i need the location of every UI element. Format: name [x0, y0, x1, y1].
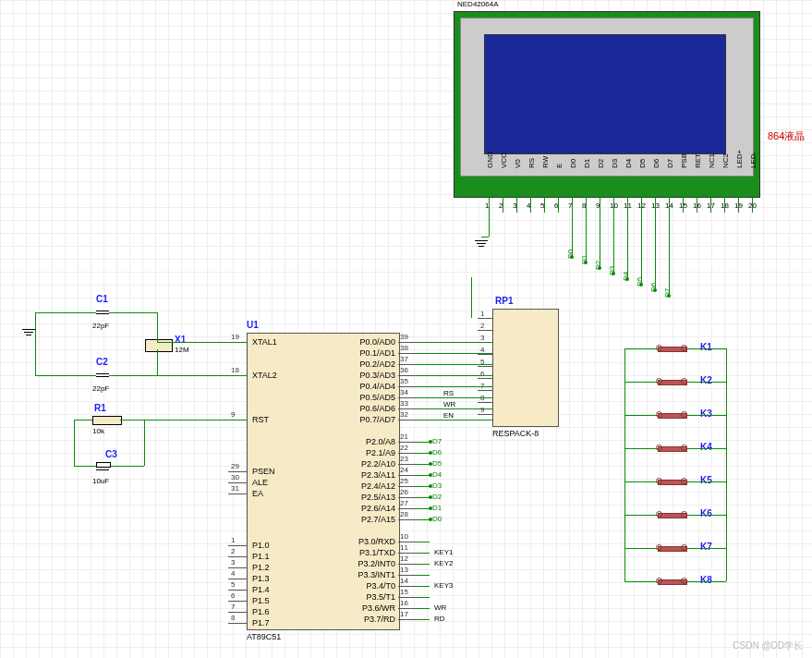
button-k5[interactable]	[658, 477, 685, 486]
button-k3-label: K3	[700, 408, 712, 419]
gnd-1	[22, 329, 35, 335]
gnd-2	[475, 240, 488, 247]
watermark: CSDN @DD学长	[733, 640, 803, 652]
c1-val: 22pF	[92, 322, 109, 330]
r1-ref: R1	[94, 403, 106, 413]
button-k1-label: K1	[700, 342, 712, 352]
c3	[96, 462, 111, 470]
r1-val: 10k	[92, 427, 104, 435]
x1-ref: X1	[175, 335, 186, 345]
rp1-ref: RP1	[495, 296, 513, 306]
lcd-text-label: 864液晶	[768, 129, 805, 143]
button-k2[interactable]	[658, 377, 685, 386]
lcd-module	[454, 11, 760, 198]
r1	[92, 416, 122, 425]
button-k7[interactable]	[658, 543, 685, 553]
rp1-body	[492, 309, 559, 427]
c1	[96, 311, 109, 314]
c3-val: 10uF	[92, 477, 109, 485]
rp1-part: RESPACK-8	[492, 429, 539, 438]
c3-ref: C3	[105, 449, 117, 459]
button-k3[interactable]	[658, 410, 685, 420]
c2-ref: C2	[96, 357, 108, 367]
lcd-screen	[484, 34, 726, 154]
u1-ref: U1	[247, 320, 259, 330]
button-k2-label: K2	[700, 375, 712, 385]
button-k8[interactable]	[658, 577, 685, 586]
c1-ref: C1	[96, 294, 108, 304]
button-k5-label: K5	[700, 475, 712, 485]
button-k4-label: K4	[700, 442, 712, 452]
schematic-canvas: NED42064A 864液晶 GND 1 VCC 2 V0 3 RS 4 RW…	[0, 0, 812, 658]
c2	[96, 373, 109, 377]
u1-part: AT89C51	[247, 632, 281, 641]
button-k1[interactable]	[658, 344, 685, 353]
x1-val: 12M	[175, 346, 189, 354]
button-k6[interactable]	[658, 510, 685, 519]
button-k6-label: K6	[700, 508, 712, 518]
c2-val: 22pF	[92, 384, 109, 393]
button-k8-label: K8	[700, 575, 712, 585]
lcd-part-label: NED42064A	[457, 0, 498, 8]
button-k7-label: K7	[700, 542, 712, 552]
button-k4[interactable]	[658, 444, 685, 453]
